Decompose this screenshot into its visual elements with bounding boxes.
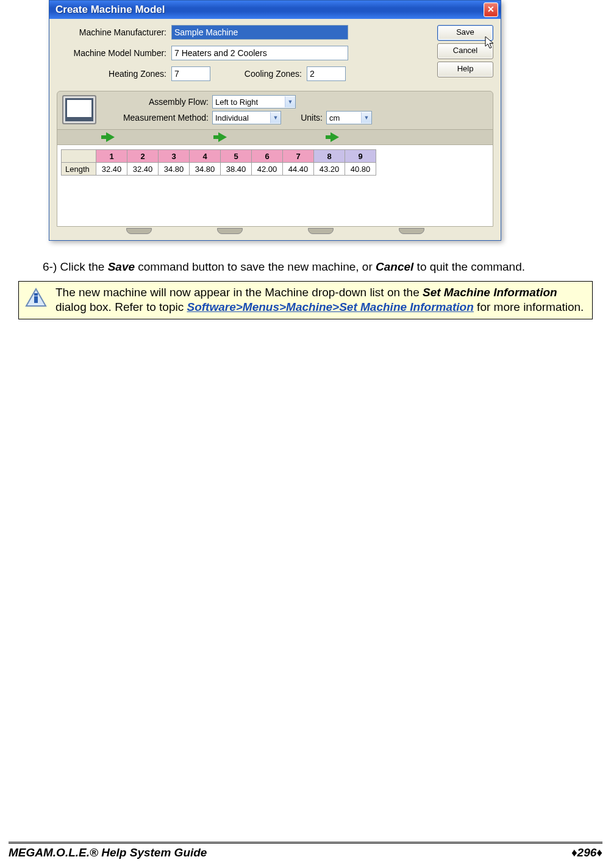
heating-label: Heating Zones: — [57, 69, 171, 79]
page-number: ♦296♦ — [571, 846, 602, 859]
info-icon — [25, 288, 47, 310]
zone-cell: 43.20 — [314, 163, 345, 176]
arrow-right-icon — [331, 132, 339, 142]
method-label: Measurement Method: — [104, 113, 212, 123]
close-icon[interactable]: ✕ — [484, 2, 498, 17]
cooling-input[interactable] — [307, 66, 346, 81]
units-label: Units: — [288, 113, 326, 123]
heating-input[interactable] — [171, 66, 210, 81]
arrow-right-icon — [218, 132, 227, 142]
info-note: The new machine will now appear in the M… — [18, 281, 593, 319]
zone-header: 3 — [159, 150, 190, 163]
help-button[interactable]: Help — [437, 62, 493, 77]
cancel-button[interactable]: Cancel — [437, 43, 493, 59]
cooling-label: Cooling Zones: — [235, 69, 307, 79]
flow-arrows — [57, 129, 493, 145]
zone-cell: 32.40 — [96, 163, 127, 176]
manufacturer-label: Machine Manufacturer: — [57, 27, 171, 37]
zone-cell: 44.40 — [283, 163, 314, 176]
svg-rect-1 — [34, 296, 38, 303]
units-select[interactable]: cm ▼ — [326, 111, 372, 124]
model-label: Machine Model Number: — [57, 48, 171, 58]
model-input[interactable] — [171, 46, 348, 60]
topic-link[interactable]: Software>Menus>Machine>Set Machine Infor… — [187, 301, 473, 313]
titlebar: Create Machine Model ✕ — [49, 1, 501, 19]
zone-header: 6 — [252, 150, 283, 163]
instruction-step-6: 6-) Click the Save command button to sav… — [24, 259, 587, 275]
zone-cell: 32.40 — [127, 163, 159, 176]
row-label: Length — [62, 163, 96, 176]
dialog-title: Create Machine Model — [55, 4, 165, 16]
manufacturer-input[interactable] — [171, 25, 348, 40]
flow-label: Assembly Flow: — [104, 97, 212, 107]
monitor-icon — [62, 95, 96, 124]
zone-cell: 34.80 — [190, 163, 221, 176]
machine-feet — [57, 227, 493, 235]
chevron-down-icon: ▼ — [361, 112, 371, 123]
zone-cell: 38.40 — [221, 163, 252, 176]
chevron-down-icon: ▼ — [285, 96, 295, 107]
zone-header: 8 — [314, 150, 345, 163]
create-machine-dialog: Create Machine Model ✕ Machine Manufactu… — [49, 0, 501, 241]
zone-cell: 34.80 — [159, 163, 190, 176]
zone-header: 7 — [283, 150, 314, 163]
page-footer: MEGAM.O.L.E.® Help System Guide ♦296♦ — [9, 842, 602, 859]
zone-cell: 40.80 — [345, 163, 376, 176]
zone-header: 9 — [345, 150, 376, 163]
zone-table: 123456789 Length32.4032.4034.8034.8038.4… — [61, 149, 376, 176]
save-button[interactable]: Save — [437, 25, 493, 41]
zone-header: 4 — [190, 150, 221, 163]
zone-header: 2 — [127, 150, 159, 163]
chevron-down-icon: ▼ — [270, 112, 280, 123]
svg-rect-2 — [34, 293, 38, 296]
zone-header: 1 — [96, 150, 127, 163]
method-select[interactable]: Individual ▼ — [212, 111, 281, 124]
zone-cell: 42.00 — [252, 163, 283, 176]
machine-panel: Assembly Flow: Left to Right ▼ Measureme… — [57, 91, 493, 227]
arrow-right-icon — [106, 132, 115, 142]
zone-header: 5 — [221, 150, 252, 163]
flow-select[interactable]: Left to Right ▼ — [212, 95, 296, 108]
